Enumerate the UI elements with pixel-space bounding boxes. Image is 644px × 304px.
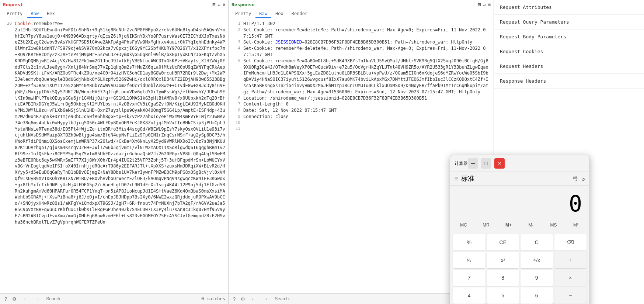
response-wrap-icon[interactable]: ↵ bbox=[483, 2, 486, 7]
calc-key-5[interactable]: 5 bbox=[487, 287, 519, 304]
main-layout: Request ⊟ ↵ ≡ Pretty Raw Hex 20 Cookie:r… bbox=[0, 0, 644, 304]
request-header-icons: ⊟ ↵ ≡ bbox=[212, 1, 225, 7]
copy-icon[interactable]: ⊟ bbox=[212, 1, 215, 7]
request-tab-bar: Pretty Raw Hex bbox=[0, 9, 228, 19]
calc-mdeg-btn[interactable]: M° bbox=[565, 220, 586, 230]
attr-item-response-headers[interactable]: Response Headers bbox=[494, 74, 644, 89]
calc-key-xx[interactable]: x² bbox=[487, 252, 519, 268]
calc-mode-bar: ≡ 标准 弓 ↺ bbox=[450, 172, 589, 186]
calc-mr-btn[interactable]: MR bbox=[476, 220, 497, 230]
calc-key-x[interactable]: ⌫ bbox=[554, 234, 587, 251]
request-title: Request bbox=[3, 2, 23, 7]
attr-item-request-body-parameters[interactable]: Request Body Parameters bbox=[494, 30, 644, 44]
attr-item-request-attributes[interactable]: Request Attributes bbox=[494, 0, 644, 15]
request-footer: ? ⚙ ← → 0 matches bbox=[0, 293, 228, 304]
calc-key-x[interactable]: × bbox=[554, 270, 587, 286]
tab-request-pretty[interactable]: Pretty bbox=[3, 10, 26, 18]
calc-mminus-btn[interactable]: M- bbox=[521, 220, 542, 230]
tab-response-raw[interactable]: Raw bbox=[255, 10, 271, 18]
calc-close-btn[interactable]: × bbox=[494, 158, 505, 169]
calc-display: 0 bbox=[450, 186, 589, 219]
request-panel-header: Request ⊟ ↵ ≡ bbox=[0, 0, 228, 9]
request-panel: Request ⊟ ↵ ≡ Pretty Raw Hex 20 Cookie:r… bbox=[0, 0, 229, 304]
calc-mplus-btn[interactable]: M+ bbox=[498, 220, 519, 230]
response-line-4: 4Set-Cookie: rememberMe=deleteMe; Path=/… bbox=[229, 45, 494, 58]
response-forward-btn[interactable]: → bbox=[261, 295, 270, 303]
tab-response-pretty[interactable]: Pretty bbox=[232, 10, 255, 18]
response-settings-btn[interactable]: ⚙ bbox=[239, 296, 247, 303]
calc-key-x[interactable]: − bbox=[554, 287, 587, 304]
response-line-8: 8Date: Sat, 12 Nov 2022 07:15:47 GMT bbox=[229, 107, 494, 114]
request-matches: 0 matches bbox=[201, 296, 225, 301]
calc-key-CE[interactable]: CE bbox=[487, 234, 519, 251]
calc-history-icon[interactable]: ↺ bbox=[581, 175, 585, 182]
tab-response-render[interactable]: Render bbox=[288, 10, 311, 18]
request-help-btn[interactable]: ? bbox=[3, 296, 8, 303]
response-panel-header: Response ⊟ ↵ ≡ bbox=[229, 0, 494, 9]
attr-item-request-cookies[interactable]: Request Cookies bbox=[494, 44, 644, 59]
request-footer-icons: ? ⚙ ← → bbox=[3, 295, 42, 303]
response-title: Response bbox=[232, 2, 255, 7]
calc-result: 0 bbox=[457, 191, 582, 216]
request-content: 20 Cookie:rememberMe=ZatIHbfSQUTbEwnUniP… bbox=[0, 19, 228, 293]
calc-mode-icon[interactable]: 弓 bbox=[572, 175, 578, 183]
calc-key-9[interactable]: 9 bbox=[521, 270, 553, 286]
calc-key-4[interactable]: 4 bbox=[453, 287, 485, 304]
response-help-btn[interactable]: ? bbox=[232, 296, 237, 303]
response-header-icons: ⊟ ↵ ≡ bbox=[478, 1, 491, 7]
calc-hamburger-icon[interactable]: ≡ bbox=[455, 175, 458, 182]
request-settings-btn[interactable]: ⚙ bbox=[11, 296, 18, 303]
request-line-20: 20 Cookie:rememberMe=ZatIHbfSQUTbEwnUniP… bbox=[0, 21, 228, 225]
response-line-7: 7Content-Length: 0 bbox=[229, 101, 494, 107]
tab-request-hex[interactable]: Hex bbox=[43, 10, 59, 18]
calc-key-xxx[interactable]: ¹⁄ₓ bbox=[453, 252, 485, 268]
calc-minimize-btn[interactable]: ─ bbox=[468, 158, 478, 169]
attr-item-request-query-parameters[interactable]: Request Query Parameters bbox=[494, 15, 644, 30]
calc-mc-btn[interactable]: MC bbox=[453, 220, 474, 230]
request-forward-btn[interactable]: → bbox=[32, 295, 42, 303]
response-line-5: 5Set-Cookie: rememberMe=OaBGwDt8bj+SdK49… bbox=[229, 58, 494, 95]
request-back-btn[interactable]: ← bbox=[20, 295, 30, 303]
calc-key-x[interactable]: ÷ bbox=[554, 252, 587, 268]
wrap-icon[interactable]: ↵ bbox=[218, 2, 220, 7]
response-search-input[interactable] bbox=[273, 296, 464, 302]
response-line-9: 9Connection: close bbox=[229, 114, 494, 120]
calc-key-6[interactable]: 6 bbox=[521, 287, 553, 304]
calc-title-text: 计算器 bbox=[455, 160, 468, 167]
menu-icon[interactable]: ≡ bbox=[223, 2, 225, 7]
response-tab-bar: Pretty Raw Hex Render bbox=[229, 9, 494, 19]
calculator-overlay: 计算器 ─ □ × ≡ 标准 弓 ↺ 0 MC MR M+ M- bbox=[450, 155, 590, 304]
calc-ms-btn[interactable]: MS bbox=[543, 220, 564, 230]
calc-key-8[interactable]: 8 bbox=[487, 270, 519, 286]
response-copy-icon[interactable]: ⊟ bbox=[478, 1, 481, 7]
tab-response-hex[interactable]: Hex bbox=[272, 10, 287, 18]
response-menu-icon[interactable]: ≡ bbox=[488, 2, 491, 7]
response-panel: Response ⊟ ↵ ≡ Pretty Raw Hex Render 1HT… bbox=[229, 0, 494, 304]
calc-memory-row: MC MR M+ M- MS M° bbox=[450, 219, 589, 231]
request-search-input[interactable] bbox=[45, 296, 198, 302]
calc-key-x[interactable]: % bbox=[453, 234, 485, 251]
calc-controls: ─ □ × bbox=[468, 158, 505, 169]
request-body-text: ZatIHbfSQUTbEwnUniPwFD1nShHNr+9q51kg8ReN… bbox=[15, 27, 225, 225]
response-line-6: 6Location: /shirodemo_war/;jsessionid=02… bbox=[229, 95, 494, 101]
response-footer-icons: ? ⚙ ← → bbox=[232, 295, 270, 303]
response-line-2: 2Set-Cookie: rememberMe=deleteMe; Path=/… bbox=[229, 27, 494, 39]
calc-key-xxx[interactable]: ²√x bbox=[521, 252, 553, 268]
response-line-1: 1HTTP/1.1 302 bbox=[229, 21, 494, 27]
calc-key-7[interactable]: 7 bbox=[453, 270, 485, 286]
calc-mode-label: 标准 bbox=[461, 174, 570, 183]
response-line-11: 11 bbox=[229, 126, 494, 132]
calc-key-C[interactable]: C bbox=[521, 234, 553, 251]
response-line-10: 10 bbox=[229, 120, 494, 126]
calc-title-bar: 计算器 ─ □ × bbox=[450, 155, 589, 172]
calc-keypad: %CEC⌫¹⁄ₓx²²√x÷789×456−123++/−0.= bbox=[450, 231, 589, 304]
response-line-3: 3Set-Cookie: JSESSIONID=028E8CB7D36F32F8… bbox=[229, 39, 494, 45]
calc-maximize-btn[interactable]: □ bbox=[481, 158, 491, 169]
tab-request-raw[interactable]: Raw bbox=[27, 10, 42, 18]
attr-item-request-headers[interactable]: Request Headers bbox=[494, 59, 644, 74]
response-back-btn[interactable]: ← bbox=[249, 295, 258, 303]
